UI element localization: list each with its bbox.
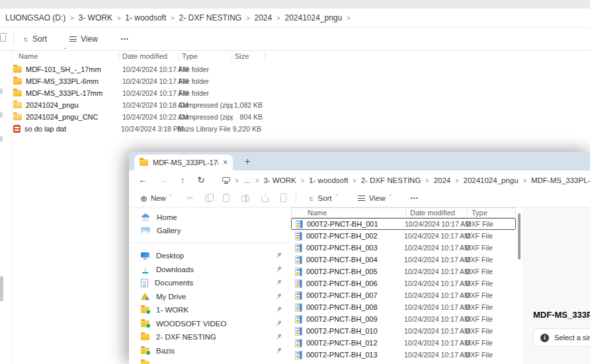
- file-row[interactable]: 000T2-PNCT-BH_006 10/24/2024 10:17 AM DX…: [291, 277, 516, 289]
- file-type: DXF File: [466, 303, 516, 311]
- more-options-button[interactable]: …: [115, 32, 135, 47]
- breadcrumb-item[interactable]: 20241024_pngu: [284, 13, 342, 22]
- share-icon[interactable]: [261, 197, 269, 202]
- chevron-right-icon: >: [425, 176, 429, 184]
- column-header-type[interactable]: Type: [467, 209, 516, 217]
- file-row[interactable]: so do lap dat 10/24/2024 3:18 PM Bazis L…: [0, 123, 278, 135]
- file-row[interactable]: 000T2-PNCT-BH_007 10/24/2024 10:17 AM DX…: [291, 289, 516, 301]
- tab-close-icon[interactable]: ×: [223, 159, 228, 166]
- more-options-button[interactable]: …: [405, 191, 425, 206]
- file-row[interactable]: 20241024_pngu 10/24/2024 10:18 AM Compre…: [0, 99, 278, 111]
- sidebar-item[interactable]: [129, 357, 291, 364]
- view-button[interactable]: View ˇ: [353, 192, 397, 205]
- file-date: 10/24/2024 10:17 AM: [404, 232, 466, 240]
- toolbar-divider: [13, 34, 14, 44]
- tab-mdf-ms-333pl-17mm[interactable]: MDF-MS_333PL-17mm ×: [134, 155, 233, 170]
- navigation-pane: Home Gallery Desktop: [129, 207, 291, 364]
- new-tab-button[interactable]: +: [245, 156, 250, 166]
- view-button[interactable]: View: [64, 32, 103, 46]
- sidebar-item[interactable]: 1- WORK: [129, 303, 291, 317]
- column-divider[interactable]: [119, 53, 120, 61]
- delete-button[interactable]: [3, 35, 9, 43]
- file-row[interactable]: MDF-MS_333PL-17mm 10/24/2024 10:17 AM Fi…: [0, 87, 278, 99]
- sidebar-item[interactable]: Bazis: [129, 344, 291, 358]
- breadcrumb-item[interactable]: LUONGSAO (D:): [5, 13, 65, 22]
- column-divider[interactable]: [179, 53, 179, 61]
- file-row[interactable]: 000T2-PNCT-BH_008 10/24/2024 10:17 AM DX…: [291, 301, 516, 313]
- breadcrumb-overflow[interactable]: …: [243, 176, 251, 184]
- file-row[interactable]: 000T2-PNCT-BH_003 10/24/2024 10:17 AM DX…: [291, 242, 516, 254]
- file-row[interactable]: 000T2-PNCT-BH_002 10/24/2024 10:17 AM DX…: [291, 230, 516, 242]
- column-header-name[interactable]: Name: [292, 209, 405, 217]
- scrollbar-thumb[interactable]: [518, 213, 521, 260]
- dxf-file-icon: [295, 315, 302, 324]
- file-row[interactable]: 000T2-PNCT-BH_001 10/24/2024 10:17 AM DX…: [291, 218, 516, 230]
- sidebar-item-label: Documents: [155, 279, 193, 287]
- file-date: 10/24/2024 10:18 AM: [122, 101, 179, 109]
- file-row[interactable]: 000T2-PNCT-BH_012 10/24/2024 10:17 AM DX…: [291, 337, 516, 349]
- sidebar-item-icon: [141, 279, 148, 287]
- file-name: so do lap dat: [24, 125, 121, 133]
- paste-icon[interactable]: [223, 194, 230, 202]
- file-row[interactable]: 20241024_pngu_CNC 10/24/2024 10:22 AM Co…: [0, 111, 278, 123]
- rename-icon[interactable]: [241, 196, 249, 201]
- sidebar-item[interactable]: Gallery: [129, 224, 291, 237]
- column-header-name[interactable]: Name: [19, 52, 38, 60]
- background-breadcrumb-bar: LUONGSAO (D:) > 3- WORK > 1- woodsoft > …: [0, 9, 590, 28]
- pin-icon: [0, 89, 3, 94]
- sidebar-item[interactable]: My Drive: [129, 290, 291, 304]
- file-row[interactable]: 000T2-PNCT-BH_005 10/24/2024 10:17 AM DX…: [291, 266, 516, 277]
- column-header-type[interactable]: Type: [182, 52, 198, 60]
- column-header-date[interactable]: Date modified: [405, 209, 467, 217]
- navpane-scrollbar-thumb[interactable]: [0, 276, 3, 301]
- file-row[interactable]: MDF-MS_333PL-6mm 10/24/2024 10:17 AM Fil…: [0, 75, 278, 87]
- forward-button[interactable]: →: [159, 175, 168, 185]
- breadcrumb-item[interactable]: 2024: [254, 13, 272, 22]
- column-divider[interactable]: [265, 53, 265, 61]
- column-header-size[interactable]: Size: [235, 52, 249, 60]
- sidebar-item[interactable]: Downloads: [129, 263, 291, 277]
- sidebar-item[interactable]: Documents: [129, 276, 291, 290]
- cut-icon[interactable]: ✂: [187, 194, 193, 203]
- up-button[interactable]: ↑: [181, 175, 185, 185]
- file-row[interactable]: 000T2-PNCT-BH_004 10/24/2024 10:17 AM DX…: [291, 254, 516, 266]
- sidebar-item[interactable]: Desktop: [129, 249, 291, 263]
- refresh-button[interactable]: ↻: [198, 175, 205, 185]
- breadcrumb-item[interactable]: MDF-MS_333PL-17mm: [531, 176, 590, 184]
- background-column-headers: ˆ Name Date modified Type Size: [0, 52, 278, 63]
- breadcrumb-item[interactable]: 1- woodsoft: [309, 176, 348, 184]
- background-file-list: MDF-101_SH_-_17mm 10/24/2024 10:17 AM Fi…: [0, 63, 278, 135]
- tab-title: MDF-MS_333PL-17mm: [153, 159, 218, 166]
- column-divider[interactable]: [232, 53, 232, 61]
- file-date: 10/24/2024 10:17 AM: [404, 244, 466, 252]
- chevron-right-icon: >: [347, 14, 350, 22]
- back-button[interactable]: ←: [138, 175, 147, 185]
- column-header-date[interactable]: Date modified: [122, 52, 167, 60]
- breadcrumb-item[interactable]: 1- woodsoft: [125, 13, 166, 22]
- breadcrumb-item[interactable]: 2024: [434, 176, 451, 184]
- breadcrumb-item[interactable]: 3- WORK: [263, 176, 296, 184]
- view-list-icon: [69, 36, 77, 42]
- this-pc-icon[interactable]: [222, 177, 230, 184]
- file-list-scrollbar[interactable]: [516, 207, 523, 364]
- sort-button[interactable]: ↑↓ Sort: [18, 32, 52, 46]
- sidebar-item[interactable]: WOODSOFT VIDEO: [129, 317, 291, 331]
- breadcrumb-item[interactable]: 20241024_pngu: [463, 176, 518, 184]
- new-button[interactable]: ⊕ New ˇ: [136, 192, 176, 205]
- breadcrumb-item[interactable]: 2- DXF NESTING: [361, 176, 421, 184]
- breadcrumb-item[interactable]: 3- WORK: [79, 13, 112, 22]
- delete-icon[interactable]: [280, 196, 286, 202]
- copy-icon[interactable]: [205, 195, 211, 202]
- file-date: 10/24/2024 10:17 AM: [122, 89, 179, 97]
- breadcrumb-item[interactable]: 2- DXF NESTING: [179, 13, 242, 22]
- file-row[interactable]: MDF-101_SH_-_17mm 10/24/2024 10:17 AM Fi…: [0, 63, 278, 75]
- file-row[interactable]: 000T2-PNCT-BH_010 10/24/2024 10:17 AM DX…: [291, 325, 516, 337]
- file-row[interactable]: 000T2-PNCT-BH_013 10/24/2024 10:17 AM DX…: [291, 349, 516, 361]
- sidebar-item[interactable]: Home: [129, 211, 291, 224]
- sort-button[interactable]: ↑↓ Sort ˇ: [303, 192, 343, 205]
- file-type: DXF File: [466, 315, 516, 323]
- background-window-titlebar[interactable]: [0, 0, 590, 9]
- file-icon: [13, 90, 22, 96]
- file-row[interactable]: 000T2-PNCT-BH_009 10/24/2024 10:17 AM DX…: [291, 313, 516, 325]
- sidebar-item[interactable]: 2- DXF NESTING: [129, 330, 291, 344]
